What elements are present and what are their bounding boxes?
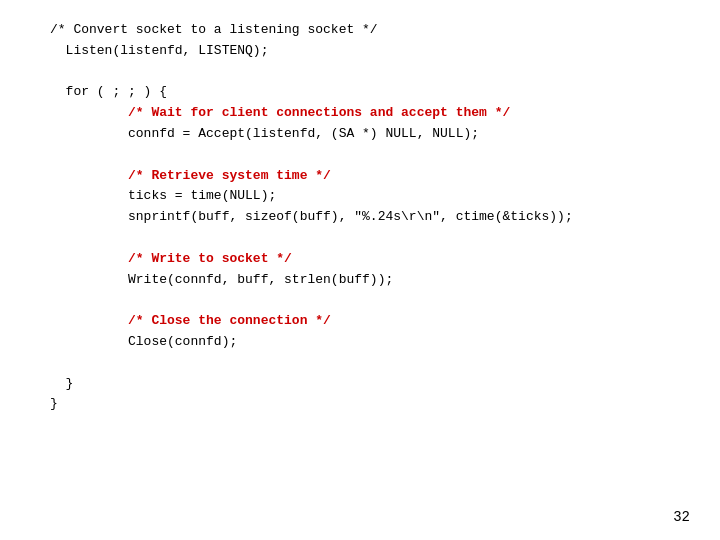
page-number: 32 <box>673 509 690 525</box>
code-line-14 <box>50 290 680 311</box>
code-line-10: snprintf(buff, sizeof(buff), "%.24s\r\n"… <box>50 207 680 228</box>
code-line-11 <box>50 228 680 249</box>
code-line-5: /* Wait for client connections and accep… <box>50 103 680 124</box>
code-line-3 <box>50 62 680 83</box>
code-line-18: } <box>50 374 680 395</box>
code-line-7 <box>50 145 680 166</box>
code-block: /* Convert socket to a listening socket … <box>0 0 720 435</box>
code-line-15: /* Close the connection */ <box>50 311 680 332</box>
code-line-17 <box>50 353 680 374</box>
code-line-1: /* Convert socket to a listening socket … <box>50 20 680 41</box>
code-line-4: for ( ; ; ) { <box>50 82 680 103</box>
code-line-13: Write(connfd, buff, strlen(buff)); <box>50 270 680 291</box>
code-line-16: Close(connfd); <box>50 332 680 353</box>
code-line-8: /* Retrieve system time */ <box>50 166 680 187</box>
code-line-12: /* Write to socket */ <box>50 249 680 270</box>
code-line-6: connfd = Accept(listenfd, (SA *) NULL, N… <box>50 124 680 145</box>
code-line-2: Listen(listenfd, LISTENQ); <box>50 41 680 62</box>
code-line-19: } <box>50 394 680 415</box>
code-line-9: ticks = time(NULL); <box>50 186 680 207</box>
